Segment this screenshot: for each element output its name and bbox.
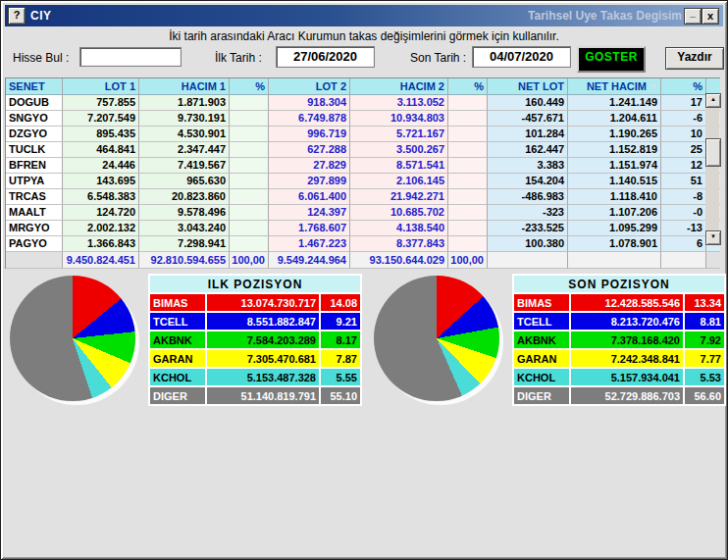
table-cell: 8.571.541	[350, 158, 448, 174]
table-cell	[448, 205, 488, 221]
table-cell: 6.749.878	[269, 111, 350, 127]
table-cell: 4.138.540	[350, 221, 448, 236]
table-row[interactable]: UTPYA143.695965.630297.8992.106.145154.2…	[6, 174, 720, 189]
position-value: 13.074.730.717	[207, 294, 319, 311]
table-cell: -233.525	[488, 221, 568, 236]
position-percent: 56.60	[685, 387, 724, 404]
position-symbol: AKBNK	[514, 331, 569, 348]
table-cell: 6.548.383	[63, 189, 139, 205]
position-symbol: DIGER	[514, 387, 569, 404]
table-row[interactable]: MAALT124.7209.578.496124.39710.685.702-3…	[6, 205, 720, 221]
ilk-pozisyon-pie-chart	[10, 276, 135, 401]
goster-button[interactable]: GOSTER	[577, 46, 646, 73]
column-header-%[interactable]: %	[230, 78, 269, 95]
table-cell: 160.449	[488, 95, 568, 111]
table-cell: 297.899	[269, 174, 350, 189]
table-cell: BFREN	[6, 158, 63, 174]
yazdir-button[interactable]: Yazdır	[665, 47, 724, 70]
table-row[interactable]: DOGUB757.8551.871.903918.3043.113.052160…	[6, 95, 720, 111]
sort-indicator-icon	[650, 84, 657, 89]
table-cell	[448, 111, 488, 127]
table-row[interactable]: BFREN24.4467.419.56727.8298.571.5413.383…	[6, 158, 720, 174]
minimize-button[interactable]: _	[684, 8, 702, 25]
table-row[interactable]: TUCLK464.8412.347.447627.2883.500.267162…	[6, 142, 720, 158]
table-header-row[interactable]: SENETLOT 1HACIM 1%LOT 2HACIM 2%NET LOTNE…	[6, 78, 720, 95]
totals-filler	[706, 252, 720, 269]
help-icon[interactable]: ?	[8, 7, 26, 25]
close-button[interactable]: x	[702, 8, 719, 25]
table-cell: 1.118.410	[568, 189, 661, 205]
totals-cell: 92.810.594.655	[139, 252, 230, 269]
column-header-%[interactable]: %	[661, 78, 706, 95]
position-percent: 14.08	[321, 294, 360, 311]
table-cell: 9.730.191	[139, 111, 230, 127]
position-row: KCHOL5.153.487.3285.55	[150, 369, 360, 385]
table-cell: 1.768.607	[269, 221, 350, 236]
position-row: GARAN7.242.348.8417.77	[514, 350, 724, 367]
totals-cell	[6, 252, 63, 269]
table-cell: 3.043.240	[139, 221, 230, 236]
position-percent: 5.53	[685, 369, 724, 385]
table-cell: 1.151.974	[568, 158, 661, 174]
title-bar: ? CIY Tarihsel Uye Takas Degisim _ x	[5, 5, 723, 26]
scroll-up-icon[interactable]: ▲	[705, 93, 721, 108]
table-cell: 10.934.803	[350, 111, 448, 127]
position-percent: 9.21	[321, 313, 360, 330]
scroll-thumb[interactable]	[705, 138, 721, 167]
hisse-bul-input[interactable]	[79, 47, 182, 67]
table-cell: 21.942.271	[350, 189, 448, 205]
position-symbol: TCELL	[514, 313, 569, 330]
table-cell: SNGYO	[6, 111, 63, 127]
table-row[interactable]: SNGYO7.207.5499.730.1916.749.87810.934.8…	[6, 111, 720, 127]
column-header-net-lot[interactable]: NET LOT	[488, 78, 568, 95]
table-cell: 627.288	[269, 142, 350, 158]
column-header-%[interactable]: %	[448, 78, 488, 95]
takas-table: SENETLOT 1HACIM 1%LOT 2HACIM 2%NET LOTNE…	[5, 77, 720, 269]
column-header-hacim-1[interactable]: HACIM 1	[139, 78, 230, 95]
table-cell: 20.823.860	[139, 189, 230, 205]
table-cell: -6	[661, 111, 706, 127]
table-cell: 154.204	[488, 174, 568, 189]
table-vscrollbar[interactable]: ▲ ▼	[705, 93, 719, 245]
position-symbol: GARAN	[150, 350, 205, 367]
totals-cell	[488, 252, 568, 269]
position-row: DIGER52.729.886.70356.60	[514, 387, 724, 404]
table-cell	[230, 127, 269, 142]
table-cell: 895.435	[63, 127, 139, 142]
position-row: AKBNK7.584.203.2898.17	[150, 331, 360, 348]
column-header-lot-2[interactable]: LOT 2	[269, 78, 350, 95]
ilk-tarih-field[interactable]: 27/06/2020	[276, 46, 375, 68]
table-cell: 1.241.149	[568, 95, 661, 111]
table-row[interactable]: MRGYO2.002.1323.043.2401.768.6074.138.54…	[6, 221, 720, 236]
column-header-net-hacim[interactable]: NET HACIM	[568, 78, 661, 95]
column-header-senet[interactable]: SENET	[6, 78, 63, 95]
table-cell: 7.419.567	[139, 158, 230, 174]
position-row: TCELL8.213.720.4768.81	[514, 313, 724, 330]
scroll-down-icon[interactable]: ▼	[705, 230, 721, 245]
table-row[interactable]: TRCAS6.548.38320.823.8606.061.40021.942.…	[6, 189, 720, 205]
position-row: AKBNK7.378.168.4207.92	[514, 331, 724, 348]
table-cell: -8	[661, 189, 706, 205]
table-row[interactable]: PAGYO1.366.8437.298.9411.467.2238.377.84…	[6, 236, 720, 252]
ilk-tarih-label: İlk Tarih :	[215, 51, 262, 65]
totals-cell: 9.549.244.964	[269, 252, 350, 269]
position-percent: 8.81	[685, 313, 724, 330]
table-cell: 101.284	[488, 127, 568, 142]
table-cell: 4.530.901	[139, 127, 230, 142]
window-title: CIY	[30, 9, 52, 23]
column-header-lot-1[interactable]: LOT 1	[63, 78, 139, 95]
table-cell: 12	[661, 158, 706, 174]
column-header-hacim-2[interactable]: HACIM 2	[350, 78, 448, 95]
position-value: 8.213.720.476	[571, 313, 683, 330]
position-symbol: BIMAS	[514, 294, 569, 311]
table-cell: 9.578.496	[139, 205, 230, 221]
position-symbol: KCHOL	[514, 369, 569, 385]
table-cell: 1.204.611	[568, 111, 661, 127]
table-cell	[448, 221, 488, 236]
table-row[interactable]: DZGYO895.4354.530.901996.7195.721.167101…	[6, 127, 720, 142]
table-cell	[448, 158, 488, 174]
table-cell: 3.500.267	[350, 142, 448, 158]
totals-cell: 100,00	[230, 252, 269, 269]
son-tarih-field[interactable]: 04/07/2020	[472, 46, 571, 68]
app-window: ? CIY Tarihsel Uye Takas Degisim _ x İki…	[0, 0, 728, 560]
